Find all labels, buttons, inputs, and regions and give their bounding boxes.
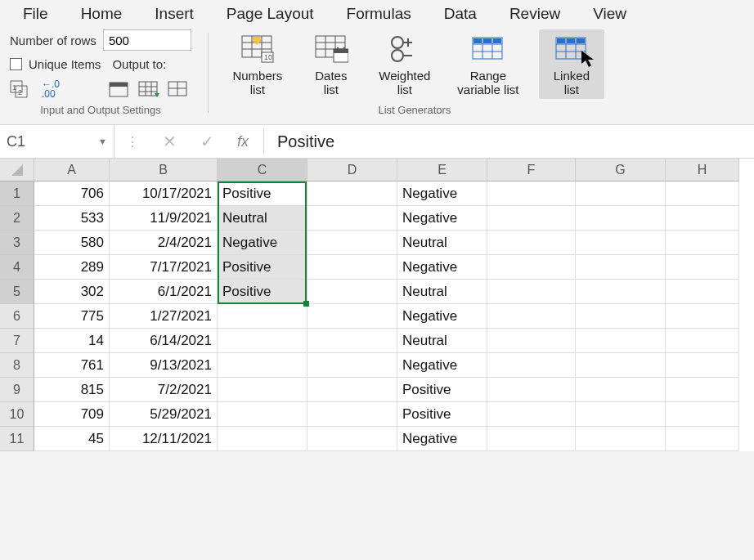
cell-H4[interactable] <box>666 255 739 280</box>
row-header-2[interactable]: 2 <box>0 206 34 231</box>
cell-H5[interactable] <box>666 280 739 304</box>
cell-A4[interactable]: 289 <box>34 255 110 280</box>
cell-G7[interactable] <box>576 329 666 353</box>
cell-B4[interactable]: 7/17/2021 <box>110 255 218 280</box>
cell-H10[interactable] <box>666 402 739 427</box>
cell-A3[interactable]: 580 <box>34 231 110 255</box>
col-header-B[interactable]: B <box>110 159 218 181</box>
cell-D5[interactable] <box>307 280 397 304</box>
row-header-4[interactable]: 4 <box>0 255 34 280</box>
cell-G1[interactable] <box>576 181 666 206</box>
cell-F3[interactable] <box>487 231 576 255</box>
cell-G6[interactable] <box>576 304 666 329</box>
output-table-icon[interactable] <box>137 79 160 99</box>
cell-E5[interactable]: Neutral <box>397 280 487 304</box>
cell-A5[interactable]: 302 <box>34 280 110 304</box>
cell-E11[interactable]: Negative <box>397 427 487 451</box>
cell-B5[interactable]: 6/1/2021 <box>110 280 218 304</box>
cell-F5[interactable] <box>487 280 576 304</box>
cell-C3[interactable]: Negative <box>218 231 307 255</box>
cell-B10[interactable]: 5/29/2021 <box>110 402 218 427</box>
col-header-G[interactable]: G <box>576 159 666 181</box>
tab-review[interactable]: Review <box>509 5 560 23</box>
tab-data[interactable]: Data <box>444 5 477 23</box>
cancel-formula-button[interactable]: ✕ <box>150 125 188 158</box>
cell-E2[interactable]: Negative <box>397 206 487 231</box>
cell-C6[interactable] <box>218 304 307 329</box>
col-header-D[interactable]: D <box>307 159 397 181</box>
cell-H9[interactable] <box>666 378 739 402</box>
cell-F2[interactable] <box>487 206 576 231</box>
cell-G5[interactable] <box>576 280 666 304</box>
cell-C5[interactable]: Positive <box>218 280 307 304</box>
cell-A2[interactable]: 533 <box>34 206 110 231</box>
name-box-dropdown-icon[interactable]: ▼ <box>98 137 107 146</box>
row-header-7[interactable]: 7 <box>0 329 34 353</box>
tab-view[interactable]: View <box>593 5 626 23</box>
row-header-6[interactable]: 6 <box>0 304 34 329</box>
cell-A7[interactable]: 14 <box>34 329 110 353</box>
output-grid-icon[interactable] <box>167 79 190 99</box>
col-header-H[interactable]: H <box>666 159 739 181</box>
cell-D8[interactable] <box>307 353 397 378</box>
linked-list-button[interactable]: Linkedlist <box>539 29 604 99</box>
cell-B11[interactable]: 12/11/2021 <box>110 427 218 451</box>
cell-G3[interactable] <box>576 231 666 255</box>
cell-B8[interactable]: 9/13/2021 <box>110 353 218 378</box>
cell-D2[interactable] <box>307 206 397 231</box>
cell-H11[interactable] <box>666 427 739 451</box>
cell-E6[interactable]: Negative <box>397 304 487 329</box>
cell-E8[interactable]: Negative <box>397 353 487 378</box>
cell-G8[interactable] <box>576 353 666 378</box>
cell-F10[interactable] <box>487 402 576 427</box>
cell-B9[interactable]: 7/2/2021 <box>110 378 218 402</box>
cell-A10[interactable]: 709 <box>34 402 110 427</box>
weighted-list-button[interactable]: Weightedlist <box>372 29 438 99</box>
cell-B3[interactable]: 2/4/2021 <box>110 231 218 255</box>
output-calendar-icon[interactable] <box>108 79 131 99</box>
cell-D1[interactable] <box>307 181 397 206</box>
cell-A8[interactable]: 761 <box>34 353 110 378</box>
fx-icon[interactable]: fx <box>226 125 260 158</box>
cell-D9[interactable] <box>307 378 397 402</box>
row-header-5[interactable]: 5 <box>0 280 34 304</box>
cell-C2[interactable]: Neutral <box>218 206 307 231</box>
accept-formula-button[interactable]: ✓ <box>188 125 226 158</box>
cell-G11[interactable] <box>576 427 666 451</box>
tab-home[interactable]: Home <box>81 5 123 23</box>
cell-E1[interactable]: Negative <box>397 181 487 206</box>
cell-E10[interactable]: Positive <box>397 402 487 427</box>
cell-H7[interactable] <box>666 329 739 353</box>
cell-B1[interactable]: 10/17/2021 <box>110 181 218 206</box>
cell-G10[interactable] <box>576 402 666 427</box>
row-header-10[interactable]: 10 <box>0 402 34 427</box>
cell-H2[interactable] <box>666 206 739 231</box>
cell-C9[interactable] <box>218 378 307 402</box>
cell-H6[interactable] <box>666 304 739 329</box>
col-header-A[interactable]: A <box>34 159 110 181</box>
cell-C7[interactable] <box>218 329 307 353</box>
unique-items-checkbox[interactable] <box>10 58 22 70</box>
dates-list-button[interactable]: Dateslist <box>298 29 364 99</box>
row-header-1[interactable]: 1 <box>0 181 34 206</box>
cell-D10[interactable] <box>307 402 397 427</box>
cell-D11[interactable] <box>307 427 397 451</box>
cell-C4[interactable]: Positive <box>218 255 307 280</box>
cell-H3[interactable] <box>666 231 739 255</box>
cell-D4[interactable] <box>307 255 397 280</box>
col-header-F[interactable]: F <box>487 159 576 181</box>
cell-D7[interactable] <box>307 329 397 353</box>
spreadsheet[interactable]: ABCDEFGH170610/17/2021PositiveNegative25… <box>0 159 754 451</box>
cell-F8[interactable] <box>487 353 576 378</box>
cell-A1[interactable]: 706 <box>34 181 110 206</box>
cell-G9[interactable] <box>576 378 666 402</box>
cell-C11[interactable] <box>218 427 307 451</box>
numbers-list-button[interactable]: 10 Numberslist <box>225 29 290 99</box>
cell-C1[interactable]: Positive <box>218 181 307 206</box>
cell-H8[interactable] <box>666 353 739 378</box>
cell-F9[interactable] <box>487 378 576 402</box>
range-variable-list-button[interactable]: Rangevariable list <box>446 29 531 99</box>
cell-G4[interactable] <box>576 255 666 280</box>
cell-F4[interactable] <box>487 255 576 280</box>
cell-E7[interactable]: Neutral <box>397 329 487 353</box>
